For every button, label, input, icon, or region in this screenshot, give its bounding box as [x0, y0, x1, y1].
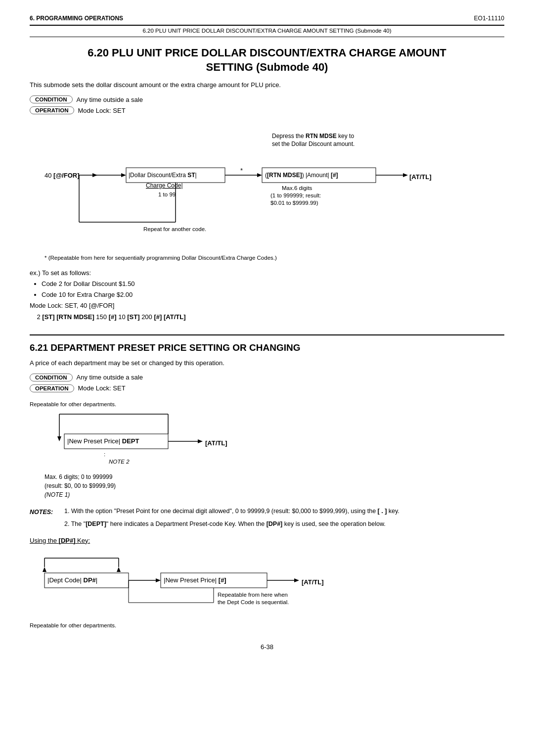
condition-row-621: CONDITION Any time outside a sale	[30, 374, 504, 381]
svg-marker-51	[43, 567, 46, 572]
svg-text:[AT/TL]: [AT/TL]	[409, 173, 432, 181]
condition-text-620: Any time outside a sale	[77, 96, 143, 103]
condition-badge-620: CONDITION	[30, 95, 73, 103]
operation-badge-620: OPERATION	[30, 106, 74, 114]
note-2: 2. The "[DEPT]" here indicates a Departm…	[64, 519, 504, 529]
svg-text:[AT/TL]: [AT/TL]	[205, 439, 227, 447]
svg-text:Repeatable from here when: Repeatable from here when	[218, 592, 288, 598]
operation-text-620: Mode Lock: SET	[78, 107, 126, 114]
svg-text:|Dept Code|  DP#|: |Dept Code| DP#|	[47, 576, 97, 584]
operation-row-620: OPERATION Mode Lock: SET	[30, 106, 504, 114]
ex-mode: Mode Lock: SET, 40 [@/FOR]	[30, 300, 504, 311]
repeatable-note-621: Repeatable for other departments.	[30, 401, 504, 407]
diagram-621-top: Repeatable for other departments. |New P…	[30, 401, 504, 499]
svg-marker-24	[92, 173, 97, 177]
dp-key-heading: Using the [DP#] Key:	[30, 537, 504, 544]
svg-diagram-620: Depress the RTN MDSE key to set the Doll…	[30, 123, 504, 252]
diagram-621-dp: |Dept Code| DP#| |New Preset Price| [#] …	[30, 553, 504, 628]
svg-text:Depress the RTN MDSE key to: Depress the RTN MDSE key to	[272, 133, 354, 140]
svg-marker-53	[117, 567, 121, 572]
svg-marker-31	[198, 439, 203, 443]
sub-header: 6.20 PLU UNIT PRICE DOLLAR DISCOUNT/EXTR…	[30, 28, 504, 37]
ex-keys: 2 [ST] [RTN MDSE] 150 [#] 10 [ST] 200 [#…	[30, 312, 504, 323]
svg-text:Max.6 digits: Max.6 digits	[282, 185, 312, 191]
header-right: EO1-11110	[474, 15, 504, 22]
ex-intro: ex.) To set as follows:	[30, 268, 504, 279]
svg-marker-44	[294, 578, 299, 582]
svg-text:the Dept Code is sequential.: the Dept Code is sequential.	[218, 599, 289, 605]
page: 6. PROGRAMMING OPERATIONS EO1-11110 6.20…	[0, 0, 534, 756]
svg-text:(1 to 999999;  result:: (1 to 999999; result:	[270, 192, 321, 198]
header-left: 6. PROGRAMMING OPERATIONS	[30, 15, 123, 22]
svg-text::: :	[104, 451, 105, 457]
page-number: 6-38	[30, 643, 504, 651]
svg-text:set the Dollar Discount amount: set the Dollar Discount amount.	[272, 141, 355, 147]
section-620-description: This submode sets the dollar discount am…	[30, 81, 504, 89]
dp-repeatable-other: Repeatable for other departments.	[30, 622, 504, 628]
asterisk-note-620: * (Repeatable from here for sequentially…	[44, 255, 504, 261]
max-digits-text: Max. 6 digits; 0 to 999999	[44, 472, 504, 481]
notes-row: NOTES: 1. With the option "Preset Point …	[30, 506, 504, 529]
svg-diagram-621-top: |New Preset Price| DEPT [AT/TL] : NOTE 2	[30, 409, 376, 469]
condition-row-620: CONDITION Any time outside a sale	[30, 95, 504, 103]
notes-content-cell: 1. With the option "Preset Point for one…	[64, 506, 504, 529]
svg-text:[AT/TL]: [AT/TL]	[302, 578, 324, 586]
section-620-title: 6.20 PLU UNIT PRICE DOLLAR DISCOUNT/EXTR…	[30, 46, 504, 74]
note1-text: (NOTE 1)	[44, 490, 504, 499]
svg-marker-40	[156, 578, 161, 582]
note-1: 1. With the option "Preset Point for one…	[64, 506, 504, 516]
svg-marker-27	[57, 436, 61, 441]
svg-marker-4	[121, 173, 126, 177]
condition-text-621: Any time outside a sale	[77, 374, 143, 381]
svg-text:40 [@/FOR]: 40 [@/FOR]	[44, 172, 79, 179]
max-digits-note-621: Max. 6 digits; 0 to 999999 (result: $0, …	[44, 472, 504, 499]
svg-text:|Dollar Discount/Extra  ST|: |Dollar Discount/Extra ST|	[129, 172, 197, 179]
svg-text:|New Preset Price|  [#]: |New Preset Price| [#]	[164, 576, 226, 584]
notes-table: NOTES: 1. With the option "Preset Point …	[30, 506, 504, 529]
notes-label-cell: NOTES:	[30, 506, 64, 529]
svg-text:1 to 99: 1 to 99	[158, 191, 176, 197]
result-text: (result: $0, 00 to $9999,99)	[44, 481, 504, 490]
example-620: ex.) To set as follows: Code 2 for Dolla…	[30, 268, 504, 322]
header-bar: 6. PROGRAMMING OPERATIONS EO1-11110	[30, 15, 504, 26]
svg-diagram-dp: |Dept Code| DP#| |New Preset Price| [#] …	[30, 553, 425, 622]
dp-key-section: Using the [DP#] Key: |Dept Code| DP#| |N…	[30, 537, 504, 628]
svg-text:|New Preset Price|  DEPT: |New Preset Price| DEPT	[67, 437, 139, 445]
diagram-620: Depress the RTN MDSE key to set the Doll…	[30, 123, 504, 261]
svg-marker-18	[403, 173, 408, 177]
svg-text:Repeat for another code.: Repeat for another code.	[143, 226, 206, 232]
svg-text:*: *	[240, 167, 243, 174]
section-621-title: 6.21 DEPARTMENT PRESET PRICE SETTING OR …	[30, 334, 504, 353]
svg-text:$0.01 to $9999.99): $0.01 to $9999.99)	[270, 200, 318, 206]
operation-text-621: Mode Lock: SET	[78, 384, 126, 392]
operation-badge-621: OPERATION	[30, 384, 74, 392]
operation-row-621: OPERATION Mode Lock: SET	[30, 384, 504, 392]
notes-label: NOTES:	[30, 509, 53, 516]
ex-bullet1: Code 2 for Dollar Discount $1.50	[42, 279, 504, 289]
condition-badge-621: CONDITION	[30, 374, 73, 381]
section-621-description: A price of each department may be set or…	[30, 359, 504, 367]
svg-text:NOTE 2: NOTE 2	[109, 459, 130, 465]
ex-bullet2: Code 10 for Extra Charge $2.00	[42, 289, 504, 300]
notes-section-621: NOTES: 1. With the option "Preset Point …	[30, 506, 504, 529]
svg-text:([RTN MDSE])  |Amount|  [#]: ([RTN MDSE]) |Amount| [#]	[265, 172, 338, 179]
svg-text:Charge Code|: Charge Code|	[146, 182, 183, 189]
svg-marker-10	[257, 173, 262, 177]
